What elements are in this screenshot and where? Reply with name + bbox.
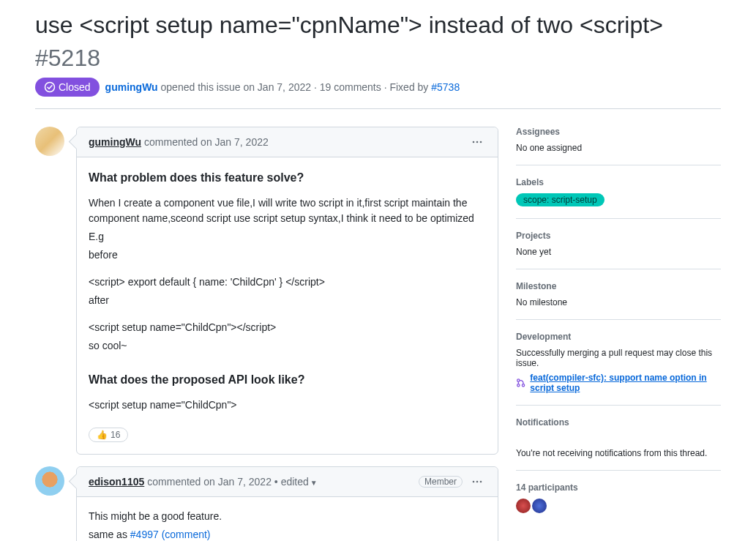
section-heading: What does the proposed API look like? <box>89 371 486 389</box>
sidebar-title: Labels <box>516 177 721 187</box>
fixed-by-link[interactable]: #5738 <box>431 81 460 93</box>
svg-point-9 <box>522 384 524 387</box>
sidebar-participants: 14 participants <box>516 471 721 525</box>
opened-date: on Jan 7, 2022 <box>243 81 311 93</box>
reaction-thumbs-up[interactable]: 👍 16 <box>89 428 128 442</box>
issue-title: use <script setup name="cpnName"> instea… <box>35 12 663 39</box>
comment-action: commented <box>144 136 198 148</box>
sidebar-value: None yet <box>516 247 721 257</box>
sidebar-labels: Labels scope: script-setup <box>516 165 721 219</box>
sidebar-title: Projects <box>516 231 721 241</box>
git-merge-icon <box>516 377 525 389</box>
sidebar-title: Milestone <box>516 281 721 291</box>
kebab-icon <box>471 476 483 488</box>
state-label: Closed <box>59 81 91 93</box>
state-badge-closed: Closed <box>35 78 100 97</box>
sidebar-projects: Projects None yet <box>516 219 721 269</box>
body-text: This might be a good feature. <box>89 509 486 524</box>
comment-menu-button[interactable] <box>468 133 486 151</box>
role-badge: Member <box>419 476 463 488</box>
body-text: <script> export default { name: 'ChildCp… <box>89 275 486 290</box>
avatar[interactable] <box>35 466 64 496</box>
svg-point-3 <box>480 141 482 143</box>
body-text: <script setup name="ChildCpn"> <box>89 398 486 413</box>
sidebar-milestone: Milestone No milestone <box>516 269 721 320</box>
comment-date: on Jan 7, 2022 <box>201 136 269 148</box>
comment-author-link[interactable]: gumingWu <box>89 136 141 148</box>
svg-point-4 <box>473 481 475 483</box>
issue-meta: Closed gumingWu opened this issue on Jan… <box>35 78 721 109</box>
kebab-icon <box>471 136 483 148</box>
svg-point-1 <box>473 141 475 143</box>
check-circle-icon <box>44 81 56 93</box>
fixed-by-text: Fixed by <box>389 81 428 93</box>
sidebar-value: No one assigned <box>516 143 721 153</box>
comments-count: 19 comments <box>320 81 381 93</box>
participant-avatar[interactable] <box>532 499 547 513</box>
comment-menu-button[interactable] <box>468 473 486 490</box>
sidebar-value: You're not receiving notifications from … <box>516 448 721 458</box>
label-chip[interactable]: scope: script-setup <box>516 193 605 206</box>
sidebar-title: Notifications <box>516 417 721 428</box>
sidebar-value: Successfully merging a pull request may … <box>516 348 721 368</box>
body-text: same as #4997 (comment) <box>89 527 486 541</box>
comment-action: commented <box>147 476 201 488</box>
opened-text: opened this issue <box>161 81 241 93</box>
issue-number: #5218 <box>35 45 100 72</box>
linked-pr[interactable]: feat(compiler-sfc): support name option … <box>516 373 721 393</box>
sidebar-value: No milestone <box>516 297 721 307</box>
thumbs-up-icon: 👍 <box>97 430 108 440</box>
edited-label[interactable]: edited▼ <box>281 476 318 488</box>
reference-link[interactable]: #4997 (comment) <box>130 529 211 540</box>
body-text: after <box>89 293 486 308</box>
body-text: E.g <box>89 229 486 245</box>
sidebar-assignees: Assignees No one assigned <box>516 127 721 165</box>
sidebar-title: Development <box>516 332 721 342</box>
comment-header: edison1105 commented on Jan 7, 2022 • ed… <box>77 467 498 497</box>
comment-body: What problem does this feature solve? Wh… <box>77 157 498 428</box>
chevron-down-icon: ▼ <box>310 479 318 487</box>
body-text: When I create a component vue file,I wil… <box>89 195 486 226</box>
sidebar-title: Assignees <box>516 127 721 137</box>
comment-date: on Jan 7, 2022 <box>203 476 272 488</box>
body-text: <script setup name="ChildCpn"></script> <box>89 320 486 335</box>
svg-point-8 <box>517 384 520 387</box>
participant-avatar[interactable] <box>516 499 531 513</box>
body-text: so cool~ <box>89 338 486 354</box>
section-heading: What problem does this feature solve? <box>89 169 486 187</box>
comment-body: This might be a good feature. same as #4… <box>77 497 498 541</box>
body-text: before <box>89 247 486 263</box>
svg-point-2 <box>476 141 479 143</box>
comment-header: gumingWu commented on Jan 7, 2022 <box>77 127 498 157</box>
sidebar-notifications: Notifications You're not receiving notif… <box>516 406 721 471</box>
reaction-count: 16 <box>111 430 120 440</box>
svg-point-6 <box>480 481 482 483</box>
sidebar-development: Development Successfully merging a pull … <box>516 320 721 406</box>
svg-point-5 <box>476 481 479 483</box>
issue-author-link[interactable]: gumingWu <box>105 81 158 93</box>
svg-point-7 <box>517 379 520 381</box>
avatar[interactable] <box>35 127 64 156</box>
sidebar-title: 14 participants <box>516 482 721 493</box>
comment-author-link[interactable]: edison1105 <box>89 476 144 488</box>
